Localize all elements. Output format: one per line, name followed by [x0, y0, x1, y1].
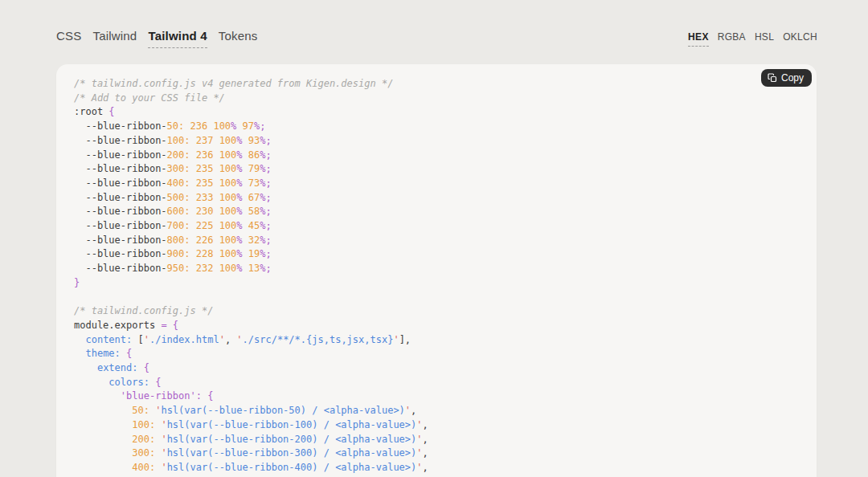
code-line: 'blue-ribbon': { — [74, 389, 799, 404]
tab-oklch[interactable]: OKLCH — [783, 31, 817, 47]
code-line: --blue-ribbon-900: 228 100% 19%; — [74, 247, 799, 262]
code-line: module.exports = { — [74, 319, 799, 333]
tab-hex[interactable]: HEX — [688, 31, 709, 47]
code-line: --blue-ribbon-950: 232 100% 13%; — [74, 262, 799, 276]
code-line: colors: { — [74, 376, 799, 390]
copy-icon — [768, 73, 777, 83]
code-line: --blue-ribbon-600: 230 100% 58%; — [74, 205, 799, 219]
code-line: --blue-ribbon-400: 235 100% 73%; — [74, 177, 799, 191]
code-line: 300: 'hsl(var(--blue-ribbon-300) / <alph… — [74, 446, 799, 461]
header-tab-bar: CSS Tailwind Tailwind 4 Tokens HEX RGBA … — [56, 29, 817, 48]
code-line: --blue-ribbon-300: 235 100% 79%; — [74, 162, 799, 177]
code-line: --blue-ribbon-500: 233 100% 67%; — [74, 191, 799, 206]
tab-css[interactable]: CSS — [56, 29, 81, 48]
code-line: --blue-ribbon-50: 236 100% 97%; — [74, 120, 799, 134]
code-line: extend: { — [74, 361, 799, 376]
code-line: :root { — [74, 105, 799, 120]
tab-hsl[interactable]: HSL — [755, 31, 774, 47]
code-line: --blue-ribbon-100: 237 100% 93%; — [74, 134, 799, 149]
tab-tokens[interactable]: Tokens — [219, 29, 258, 48]
code-line: theme: { — [74, 347, 799, 361]
code-lines: /* tailwind.config.js v4 generated from … — [56, 64, 817, 477]
code-line: /* tailwind.config.js */ — [74, 304, 799, 319]
color-format-tabs: HEX RGBA HSL OKLCH — [688, 31, 817, 47]
code-line — [74, 291, 799, 305]
code-line: content: ['./index.html', './src/**/*.{j… — [74, 333, 799, 348]
copy-button-label: Copy — [781, 72, 804, 84]
code-panel: Copy /* tailwind.config.js v4 generated … — [56, 64, 817, 477]
tab-tailwind-4[interactable]: Tailwind 4 — [148, 29, 207, 48]
code-line: } — [74, 276, 799, 291]
code-line: --blue-ribbon-700: 225 100% 45%; — [74, 219, 799, 234]
code-line: 400: 'hsl(var(--blue-ribbon-400) / <alph… — [74, 461, 799, 475]
tab-tailwind[interactable]: Tailwind — [92, 29, 137, 48]
code-line: 50: 'hsl(var(--blue-ribbon-50) / <alpha-… — [74, 404, 799, 418]
code-line: --blue-ribbon-200: 236 100% 86%; — [74, 149, 799, 163]
code-line: /* tailwind.config.js v4 generated from … — [74, 77, 799, 92]
tab-rgba[interactable]: RGBA — [718, 31, 746, 47]
code-line: 100: 'hsl(var(--blue-ribbon-100) / <alph… — [74, 418, 799, 433]
code-line: --blue-ribbon-800: 226 100% 32%; — [74, 234, 799, 248]
code-line: /* Add to your CSS file */ — [74, 92, 799, 106]
copy-button[interactable]: Copy — [761, 69, 812, 87]
code-line: 200: 'hsl(var(--blue-ribbon-200) / <alph… — [74, 433, 799, 447]
export-format-tabs: CSS Tailwind Tailwind 4 Tokens — [56, 29, 258, 48]
